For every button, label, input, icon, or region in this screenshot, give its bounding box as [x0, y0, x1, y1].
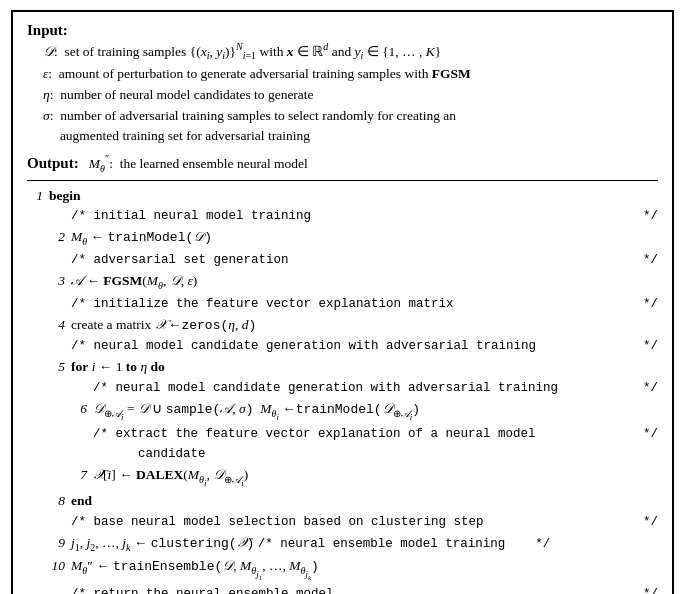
- line-2: 2 Mθ ← trainModel(𝒟): [27, 226, 658, 250]
- input-section: Input: 𝒟: set of training samples {(xi, …: [27, 22, 658, 147]
- line-content-c3: /* initialize the feature vector explana…: [71, 294, 658, 314]
- line-content-6: 𝒟⊕𝒜i = 𝒟 ∪ sample(𝒜, σ) Mθi ←trainModel(…: [93, 398, 658, 424]
- line-comment-1: /* initial neural model training */: [27, 206, 658, 226]
- line-num-2: 2: [49, 226, 71, 248]
- input-line-3: η: number of neural model candidates to …: [43, 85, 658, 106]
- line-comment-6: /* extract the feature vector explanatio…: [27, 424, 658, 464]
- line-5: 5 for i ← 1 to η do: [27, 356, 658, 378]
- input-line-1: 𝒟: set of training samples {(xi, yi)}Ni=…: [43, 39, 658, 64]
- line-num-9: 9: [49, 532, 71, 554]
- line-7: 7 𝒳[i] ← DALEX(Mθi, 𝒟⊕𝒜i): [27, 464, 658, 490]
- line-content-1: begin: [49, 185, 658, 207]
- input-label: Input:: [27, 22, 68, 38]
- line-comment-5: /* neural model candidate generation wit…: [27, 378, 658, 398]
- algorithm-box: Input: 𝒟: set of training samples {(xi, …: [11, 10, 674, 594]
- line-num-1: 1: [27, 185, 49, 207]
- input-line-2: ε: amount of perturbation to generate ad…: [43, 64, 658, 85]
- line-num-7: 7: [71, 464, 93, 486]
- line-comment-2: /* adversarial set generation */: [27, 250, 658, 270]
- line-content-c8: /* return the neural ensemble model */: [71, 584, 658, 594]
- line-6: 6 𝒟⊕𝒜i = 𝒟 ∪ sample(𝒜, σ) Mθi ←trainMode…: [27, 398, 658, 424]
- line-content-c5: /* neural model candidate generation wit…: [93, 378, 658, 398]
- line-num-5: 5: [49, 356, 71, 378]
- line-comment-8: /* return the neural ensemble model */: [27, 584, 658, 594]
- line-content-c7: /* base neural model selection based on …: [71, 512, 658, 532]
- line-4: 4 create a matrix 𝒳 ←zeros(η, d): [27, 314, 658, 337]
- line-content-c1: /* initial neural model training */: [71, 206, 658, 226]
- line-1: 1 begin: [27, 185, 658, 207]
- line-content-2: Mθ ← trainModel(𝒟): [71, 226, 658, 250]
- line-comment-7: /* base neural model selection based on …: [27, 512, 658, 532]
- line-9: 9 j1, j2, …, jk ← clustering(𝒳) /* neura…: [27, 532, 658, 556]
- line-content-7: 𝒳[i] ← DALEX(Mθi, 𝒟⊕𝒜i): [93, 464, 658, 490]
- line-num-3: 3: [49, 270, 71, 292]
- line-num-4: 4: [49, 314, 71, 336]
- line-content-10: Mθ″ ← trainEnsemble(𝒟, Mθj1, …, Mθjk): [71, 555, 658, 584]
- line-10: 10 Mθ″ ← trainEnsemble(𝒟, Mθj1, …, Mθjk): [27, 555, 658, 584]
- line-content-5: for i ← 1 to η do: [71, 356, 658, 378]
- line-content-c2: /* adversarial set generation */: [71, 250, 658, 270]
- output-section: Output: Mθ″: the learned ensemble neural…: [27, 153, 658, 173]
- line-8: 8 end: [27, 490, 658, 512]
- line-comment-4: /* neural model candidate generation wit…: [27, 336, 658, 356]
- input-line-4: σ: number of adversarial training sample…: [43, 106, 658, 148]
- line-content-3: 𝒜 ← FGSM(Mθ, 𝒟, ε): [71, 270, 658, 294]
- line-content-8: end: [71, 490, 658, 512]
- line-content-c6: /* extract the feature vector explanatio…: [93, 424, 658, 464]
- line-num-8: 8: [49, 490, 71, 512]
- line-content-c4: /* neural model candidate generation wit…: [71, 336, 658, 356]
- line-num-10: 10: [49, 555, 71, 577]
- algo-body: 1 begin /* initial neural model training…: [27, 180, 658, 594]
- line-num-6: 6: [71, 398, 93, 420]
- line-content-4: create a matrix 𝒳 ←zeros(η, d): [71, 314, 658, 337]
- line-content-9: j1, j2, …, jk ← clustering(𝒳) /* neural …: [71, 532, 658, 556]
- line-3: 3 𝒜 ← FGSM(Mθ, 𝒟, ε): [27, 270, 658, 294]
- output-label: Output:: [27, 155, 79, 171]
- line-comment-3: /* initialize the feature vector explana…: [27, 294, 658, 314]
